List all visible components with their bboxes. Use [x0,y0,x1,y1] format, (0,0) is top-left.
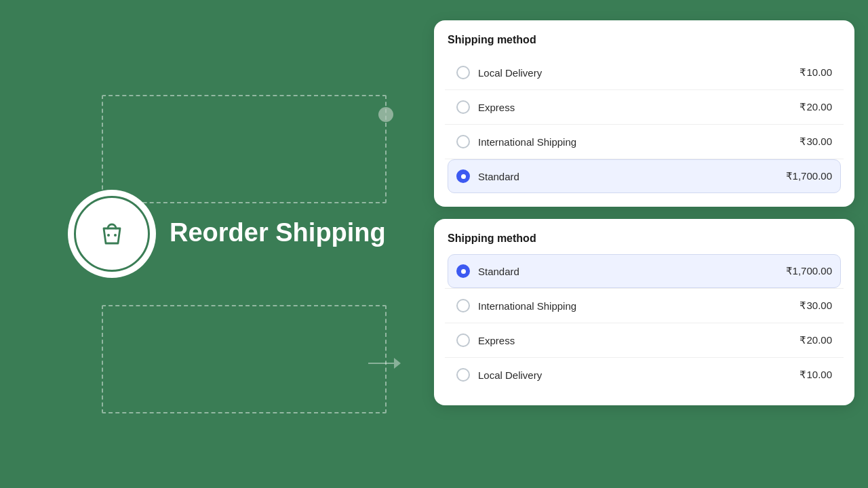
card2-heading: Shipping method [448,232,841,245]
label-local-delivery-2: Local Delivery [478,369,542,381]
option-international-2[interactable]: International Shipping ₹30.00 [448,289,841,323]
option-left: Standard [456,169,519,183]
radio-local-delivery [456,66,470,79]
right-section: Shipping method Local Delivery ₹10.00 Ex… [434,20,854,405]
radio-standard-2 [456,264,470,278]
label-international: International Shipping [478,136,576,148]
shipping-card-1: Shipping method Local Delivery ₹10.00 Ex… [434,20,854,207]
radio-express [456,100,470,114]
price-local-delivery: ₹10.00 [800,66,832,79]
option-left: Express [456,100,515,114]
option-international-shipping[interactable]: International Shipping ₹30.00 [448,125,841,159]
dashed-box-top [102,95,387,203]
option-left: Express [456,333,515,347]
option-standard[interactable]: Standard ₹1,700.00 [448,159,841,193]
radio-express-2 [456,333,470,347]
svg-point-1 [114,234,117,237]
radio-international-2 [456,299,470,312]
dashed-box-bottom [102,305,387,413]
price-local-delivery-2: ₹10.00 [800,369,832,381]
price-international-2: ₹30.00 [800,300,832,312]
price-express-2: ₹20.00 [800,334,832,346]
left-section: Reorder Shipping [0,0,407,488]
arrow-head-right [394,358,401,369]
label-express-2: Express [478,335,515,346]
option-standard-2[interactable]: Standard ₹1,700.00 [448,254,841,288]
label-standard-2: Standard [478,266,519,277]
logo-circle [68,190,156,278]
radio-inner [461,174,466,179]
radio-inner [461,269,466,274]
label-international-2: International Shipping [478,300,576,312]
label-local-delivery: Local Delivery [478,67,542,79]
arrow-line-horizontal [368,363,394,364]
page-title: Reorder Shipping [170,218,386,247]
shipping-card-2: Shipping method Standard ₹1,700.00 Inter… [434,219,854,405]
logo-circle-inner [74,196,150,272]
option-left: Local Delivery [456,66,542,79]
bag-icon [94,216,130,251]
option-left: International Shipping [456,299,576,312]
option-left: Local Delivery [456,368,542,382]
option-left: Standard [456,264,519,278]
option-local-delivery[interactable]: Local Delivery ₹10.00 [448,56,841,89]
background: Reorder Shipping Shipping method Local D… [0,0,868,488]
card1-heading: Shipping method [448,34,841,46]
label-standard: Standard [478,171,519,182]
price-international: ₹30.00 [800,136,832,148]
radio-international [456,135,470,148]
dot-circle [378,107,393,122]
label-express: Express [478,102,515,113]
option-express-2[interactable]: Express ₹20.00 [448,323,841,357]
radio-local-delivery-2 [456,368,470,382]
price-standard-2: ₹1,700.00 [786,265,832,277]
arrow-right [368,358,401,369]
radio-standard [456,169,470,183]
price-standard: ₹1,700.00 [786,170,832,182]
svg-point-0 [107,234,110,237]
option-local-delivery-2[interactable]: Local Delivery ₹10.00 [448,358,841,392]
option-left: International Shipping [456,135,576,148]
option-express[interactable]: Express ₹20.00 [448,90,841,124]
price-express: ₹20.00 [800,101,832,113]
